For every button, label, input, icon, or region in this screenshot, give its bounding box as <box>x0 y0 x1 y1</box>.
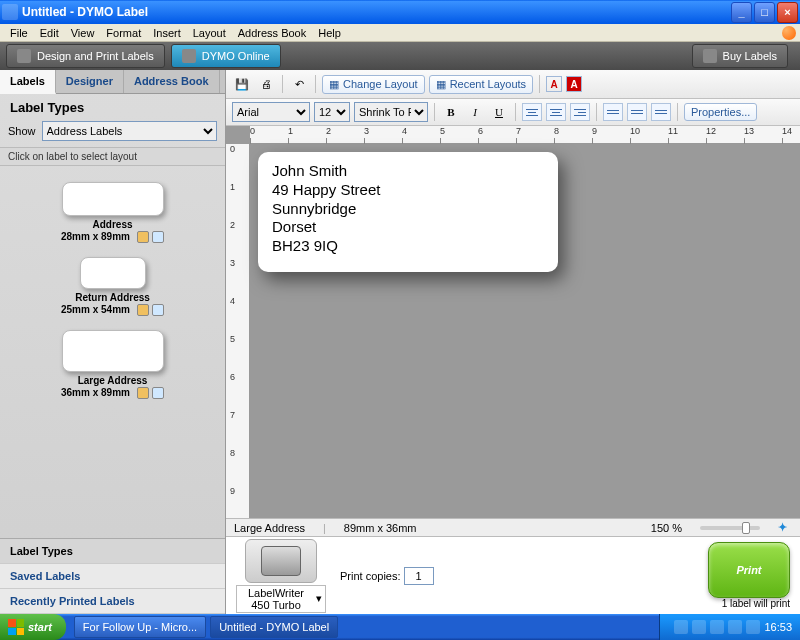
menu-insert[interactable]: Insert <box>147 26 187 40</box>
buy-labels-button[interactable]: Buy Labels <box>692 44 788 68</box>
print-icon[interactable]: 🖨 <box>256 74 276 94</box>
info-icon[interactable] <box>137 304 149 316</box>
bold-button[interactable]: B <box>441 103 461 121</box>
info-icon[interactable] <box>137 387 149 399</box>
menu-addressbook[interactable]: Address Book <box>232 26 312 40</box>
align-right-button[interactable] <box>570 103 590 121</box>
menubar: File Edit View Format Insert Layout Addr… <box>0 24 800 42</box>
underline-button[interactable]: U <box>489 103 509 121</box>
app-toolbar: Design and Print Labels DYMO Online Buy … <box>0 42 800 70</box>
label-line: Dorset <box>272 218 544 237</box>
clock[interactable]: 16:53 <box>764 621 792 633</box>
menu-view[interactable]: View <box>65 26 101 40</box>
footer-recent-labels[interactable]: Recently Printed Labels <box>0 589 225 614</box>
layout-address[interactable]: Address 28mm x 89mm <box>0 182 225 243</box>
taskbar-item[interactable]: For Follow Up - Micro... <box>74 616 206 638</box>
fullscreen-icon[interactable]: ✦ <box>778 521 792 535</box>
copies-label: Print copies: <box>340 570 401 582</box>
copies-input[interactable] <box>404 567 434 585</box>
footer-label-types[interactable]: Label Types <box>0 539 225 564</box>
grid-icon[interactable] <box>152 231 164 243</box>
layout-hint: Click on label to select layout <box>0 147 225 166</box>
window-titlebar: Untitled - DYMO Label _ □ × <box>0 0 800 24</box>
align-center-button[interactable] <box>546 103 566 121</box>
cart-icon <box>703 49 717 63</box>
dymo-online-button[interactable]: DYMO Online <box>171 44 281 68</box>
tray-icon[interactable] <box>728 620 742 634</box>
grid-icon[interactable] <box>152 387 164 399</box>
status-label-size: 89mm x 36mm <box>344 522 417 534</box>
properties-button[interactable]: Properties... <box>684 103 757 121</box>
zoom-value: 150 % <box>651 522 682 534</box>
start-button[interactable]: start <box>0 614 66 640</box>
globe-icon <box>182 49 196 63</box>
editor-toolbar: 💾 🖨 ↶ ▦ Change Layout ▦ Recent Layouts A… <box>226 70 800 99</box>
menu-help[interactable]: Help <box>312 26 347 40</box>
valign-bottom-button[interactable] <box>651 103 671 121</box>
printer-image <box>245 539 317 583</box>
clock-icon: ▦ <box>436 78 446 91</box>
system-tray[interactable]: 16:53 <box>659 614 800 640</box>
canvas-area: 01234567891011121314 01234567891011 John… <box>226 126 800 518</box>
menu-format[interactable]: Format <box>100 26 147 40</box>
valign-middle-button[interactable] <box>627 103 647 121</box>
printer-select[interactable]: LabelWriter 450 Turbo ▾ <box>236 585 326 613</box>
footer-saved-labels[interactable]: Saved Labels <box>0 564 225 589</box>
menu-layout[interactable]: Layout <box>187 26 232 40</box>
tray-icon[interactable] <box>692 620 706 634</box>
close-button[interactable]: × <box>777 2 798 23</box>
label-line: 49 Happy Street <box>272 181 544 200</box>
maximize-button[interactable]: □ <box>754 2 775 23</box>
tab-labels[interactable]: Labels <box>0 70 56 94</box>
window-title: Untitled - DYMO Label <box>22 5 729 19</box>
label-line: Sunnybridge <box>272 200 544 219</box>
grid-icon[interactable] <box>152 304 164 316</box>
undo-icon[interactable]: ↶ <box>289 74 309 94</box>
font-select[interactable]: Arial <box>232 102 310 122</box>
menu-file[interactable]: File <box>4 26 34 40</box>
chevron-down-icon: ▾ <box>316 592 322 605</box>
editor-area: 💾 🖨 ↶ ▦ Change Layout ▦ Recent Layouts A… <box>226 70 800 614</box>
fit-select[interactable]: Shrink To Fit <box>354 102 428 122</box>
tray-icon[interactable] <box>710 620 724 634</box>
save-icon[interactable]: 💾 <box>232 74 252 94</box>
info-icon[interactable] <box>137 231 149 243</box>
canvas[interactable]: John Smith 49 Happy Street Sunnybridge D… <box>250 144 800 518</box>
ruler-horizontal: 01234567891011121314 <box>250 126 800 144</box>
highlight-button[interactable]: A <box>566 76 582 92</box>
text-color-button[interactable]: A <box>546 76 562 92</box>
print-button[interactable]: Print <box>708 542 790 598</box>
tray-icon[interactable] <box>746 620 760 634</box>
label-type-select[interactable]: Address Labels <box>42 121 217 141</box>
status-bar: Large Address | 89mm x 36mm 150 % ✦ <box>226 518 800 536</box>
minimize-button[interactable]: _ <box>731 2 752 23</box>
print-panel: LabelWriter 450 Turbo ▾ Print copies: Pr… <box>226 536 800 614</box>
help-icon[interactable] <box>782 26 796 40</box>
show-label: Show <box>8 125 36 137</box>
tray-icon[interactable] <box>674 620 688 634</box>
zoom-slider[interactable] <box>700 526 760 530</box>
layout-thumb <box>62 182 164 216</box>
layout-icon: ▦ <box>329 78 339 91</box>
font-size-select[interactable]: 12 <box>314 102 350 122</box>
taskbar-item[interactable]: Untitled - DYMO Label <box>210 616 338 638</box>
label-preview[interactable]: John Smith 49 Happy Street Sunnybridge D… <box>258 152 558 272</box>
layout-return-address[interactable]: Return Address 25mm x 54mm <box>0 257 225 316</box>
print-info: 1 label will print <box>708 598 790 609</box>
align-left-button[interactable] <box>522 103 542 121</box>
change-layout-button[interactable]: ▦ Change Layout <box>322 75 425 94</box>
valign-top-button[interactable] <box>603 103 623 121</box>
label-line: BH23 9IQ <box>272 237 544 256</box>
app-icon <box>2 4 18 20</box>
label-line: John Smith <box>272 162 544 181</box>
menu-edit[interactable]: Edit <box>34 26 65 40</box>
layout-thumb <box>62 330 164 372</box>
sidebar: Labels Designer Address Book Label Types… <box>0 70 226 614</box>
status-label-type: Large Address <box>234 522 305 534</box>
tab-designer[interactable]: Designer <box>56 70 124 93</box>
italic-button[interactable]: I <box>465 103 485 121</box>
design-print-button[interactable]: Design and Print Labels <box>6 44 165 68</box>
recent-layouts-button[interactable]: ▦ Recent Layouts <box>429 75 533 94</box>
tab-addressbook[interactable]: Address Book <box>124 70 220 93</box>
layout-large-address[interactable]: Large Address 36mm x 89mm <box>0 330 225 399</box>
